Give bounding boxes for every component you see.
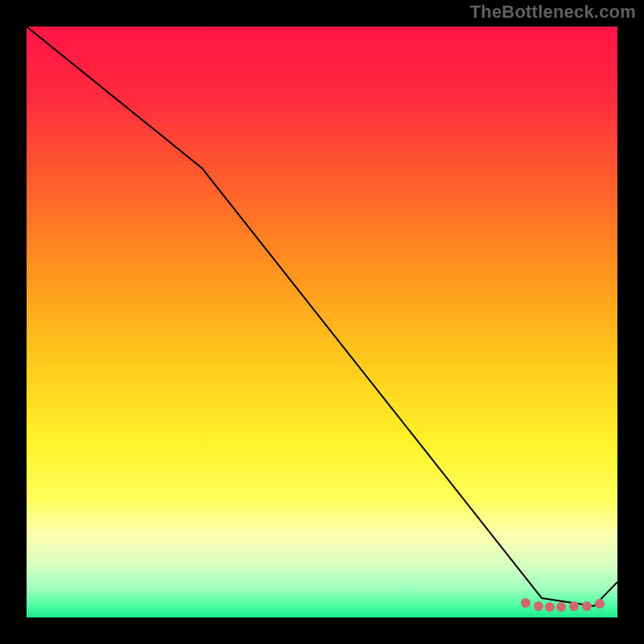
- data-dot: [534, 601, 543, 611]
- data-dot: [569, 601, 579, 611]
- chart-overlay: [27, 27, 617, 617]
- data-dot: [582, 601, 592, 611]
- watermark-text: TheBottleneck.com: [470, 2, 636, 23]
- data-dot: [595, 599, 605, 609]
- data-dot: [545, 602, 555, 612]
- data-dot: [556, 602, 566, 612]
- data-line: [27, 27, 617, 606]
- data-dots-group: [521, 598, 605, 612]
- data-dot: [521, 598, 530, 608]
- plot-area: [27, 27, 617, 617]
